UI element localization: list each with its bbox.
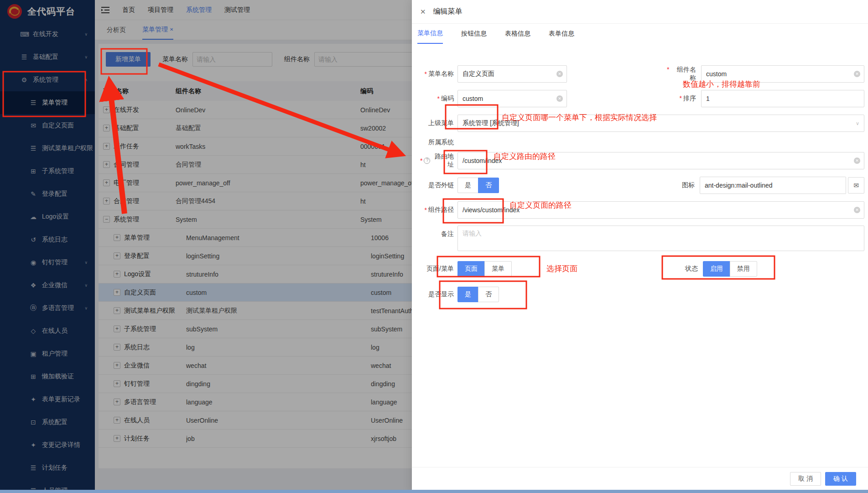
row-page-menu: 页面/菜单 页面菜单 状态 启用禁用 bbox=[420, 260, 864, 278]
external-label: 是否外链 bbox=[420, 181, 454, 189]
sort-field bbox=[701, 90, 864, 107]
icon-input[interactable] bbox=[700, 177, 846, 194]
segment-option[interactable]: 页面 bbox=[457, 261, 485, 277]
sort-input[interactable] bbox=[702, 90, 864, 107]
row-external: 是否外链 是否 图标 ✉ bbox=[420, 176, 864, 194]
segment-option[interactable]: 启用 bbox=[703, 261, 730, 277]
system-label: 所属系统 bbox=[420, 138, 454, 147]
parent-menu-label: 上级菜单 bbox=[420, 119, 454, 127]
visible-toggle: 是否 bbox=[457, 287, 499, 302]
drawer-tab-3[interactable]: 表格信息 bbox=[505, 24, 530, 44]
clear-icon[interactable]: ✕ bbox=[556, 95, 563, 102]
status-group: 状态 启用禁用 bbox=[669, 261, 757, 277]
visible-label: 是否显示 bbox=[420, 290, 454, 299]
clear-icon[interactable]: ✕ bbox=[854, 71, 860, 77]
close-icon[interactable]: ✕ bbox=[420, 8, 426, 16]
comp-path-label: *组件路径 bbox=[420, 206, 454, 214]
row-parent-menu: 上级菜单 系统管理 [系统管理] ∨ bbox=[420, 114, 864, 132]
external-toggle: 是否 bbox=[457, 178, 499, 193]
icon-group: 图标 ✉ bbox=[665, 177, 864, 194]
comp-name-label: *组件名称 bbox=[667, 66, 696, 82]
comp-path-field: ✕ bbox=[457, 201, 864, 219]
row-comp-path: *组件路径 ✕ bbox=[420, 201, 864, 219]
mail-icon[interactable]: ✉ bbox=[848, 177, 864, 194]
segment-option[interactable]: 是 bbox=[457, 178, 478, 193]
segment-option[interactable]: 菜单 bbox=[484, 261, 512, 277]
menu-name-input[interactable] bbox=[458, 66, 567, 82]
drawer-footer: 取 消 确 认 bbox=[412, 467, 868, 490]
remark-textarea[interactable] bbox=[457, 226, 864, 251]
comp-name-field: ✕ bbox=[701, 65, 864, 83]
cancel-button[interactable]: 取 消 bbox=[790, 472, 821, 486]
row-remark: 备注 bbox=[420, 226, 864, 252]
row-route: *?路由地址 ✕ bbox=[420, 152, 864, 170]
row-visible: 是否显示 是否 bbox=[420, 285, 864, 304]
route-field: ✕ bbox=[457, 152, 864, 169]
route-input[interactable] bbox=[458, 152, 864, 169]
row-system: 所属系统 bbox=[420, 137, 864, 148]
drawer-form: *菜单名称 ✕ *组件名称 ✕ *编码 ✕ *排序 bbox=[412, 44, 868, 466]
segment-option[interactable]: 否 bbox=[478, 178, 499, 193]
clear-icon[interactable]: ✕ bbox=[556, 71, 563, 77]
segment-option[interactable]: 禁用 bbox=[730, 261, 757, 277]
clear-icon[interactable]: ✕ bbox=[854, 157, 860, 164]
row-menu-name: *菜单名称 ✕ *组件名称 ✕ bbox=[420, 65, 864, 83]
page-menu-label: 页面/菜单 bbox=[420, 265, 454, 273]
route-label: *?路由地址 bbox=[420, 152, 454, 169]
sort-label: *排序 bbox=[667, 94, 696, 103]
icon-label: 图标 bbox=[665, 181, 695, 189]
segment-option[interactable]: 否 bbox=[478, 287, 499, 302]
drawer-tab-1[interactable]: 菜单信息 bbox=[417, 24, 443, 44]
drawer-title: 编辑菜单 bbox=[433, 7, 463, 16]
status-label: 状态 bbox=[669, 265, 698, 273]
code-input[interactable] bbox=[458, 90, 567, 107]
comp-name-group: *组件名称 ✕ bbox=[667, 65, 864, 83]
remark-label: 备注 bbox=[420, 230, 454, 238]
drawer-tab-4[interactable]: 表单信息 bbox=[549, 24, 574, 44]
parent-menu-select[interactable]: 系统管理 [系统管理] ∨ bbox=[457, 115, 864, 132]
comp-path-input[interactable] bbox=[458, 202, 864, 218]
sort-group: *排序 bbox=[667, 90, 864, 107]
clear-icon[interactable]: ✕ bbox=[854, 207, 860, 213]
page-menu-toggle: 页面菜单 bbox=[457, 261, 512, 277]
chevron-down-icon: ∨ bbox=[856, 121, 859, 126]
icon-field bbox=[700, 177, 846, 194]
drawer-tab-2[interactable]: 按钮信息 bbox=[461, 24, 487, 44]
status-toggle: 启用禁用 bbox=[703, 261, 757, 277]
confirm-button[interactable]: 确 认 bbox=[825, 472, 856, 486]
code-field: ✕ bbox=[457, 90, 567, 107]
row-code: *编码 ✕ *排序 bbox=[420, 89, 864, 108]
menu-name-field: ✕ bbox=[457, 65, 567, 83]
comp-name-input[interactable] bbox=[702, 66, 864, 82]
segment-option[interactable]: 是 bbox=[457, 287, 478, 302]
drawer-tabs: 菜单信息按钮信息表格信息表单信息 bbox=[412, 24, 868, 44]
edit-menu-drawer: ✕ 编辑菜单 菜单信息按钮信息表格信息表单信息 *菜单名称 ✕ *组件名称 ✕ … bbox=[412, 0, 868, 493]
bottom-strip bbox=[0, 490, 868, 493]
drawer-header: ✕ 编辑菜单 bbox=[412, 0, 868, 24]
menu-name-label: *菜单名称 bbox=[420, 70, 454, 78]
parent-menu-value: 系统管理 [系统管理] bbox=[463, 119, 519, 127]
help-icon: ? bbox=[424, 157, 430, 164]
code-label: *编码 bbox=[420, 94, 454, 103]
